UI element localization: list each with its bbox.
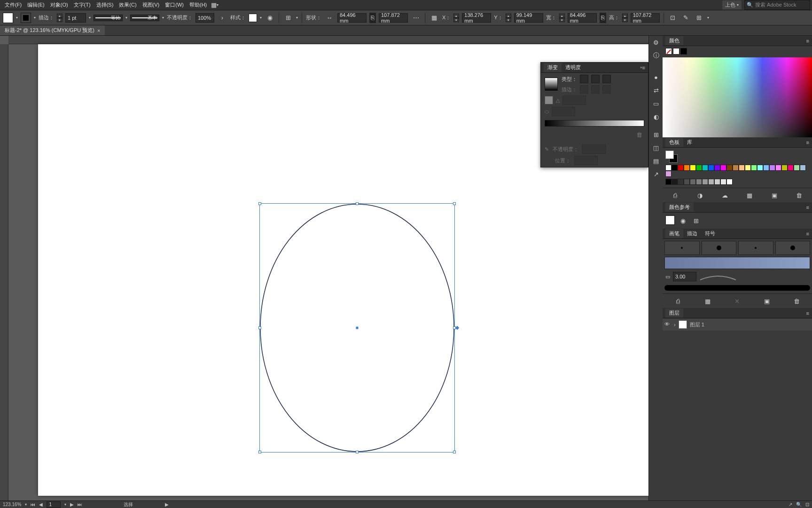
stroke-spin[interactable]: ▴▾ <box>57 14 62 22</box>
tab-colorguide[interactable]: 颜色参考 <box>665 203 694 212</box>
swatch[interactable] <box>690 165 696 171</box>
visibility-icon[interactable]: 👁 <box>664 321 671 328</box>
fill-stroke-stack[interactable] <box>665 151 678 163</box>
brush-2[interactable] <box>702 241 737 255</box>
fill-swatch[interactable] <box>3 13 13 23</box>
panel-menu-icon[interactable]: ≡ <box>642 65 645 71</box>
nav-next-icon[interactable]: ▶ <box>70 502 74 507</box>
handle-n[interactable] <box>356 202 359 205</box>
brush-preview-1[interactable] <box>664 257 810 269</box>
layer-name[interactable]: 图层 1 <box>690 321 704 328</box>
stroke-weight[interactable]: 1 pt <box>65 13 86 23</box>
swatch[interactable] <box>720 179 726 185</box>
swatch[interactable] <box>690 179 696 185</box>
link-wh-icon[interactable]: ⎘ <box>369 13 376 23</box>
stroke-swatch[interactable] <box>21 13 31 23</box>
swatch[interactable] <box>696 179 702 185</box>
align-icon[interactable]: ⊞ <box>283 13 293 23</box>
swatch[interactable] <box>671 165 678 171</box>
swatch[interactable] <box>708 165 714 171</box>
swatch[interactable] <box>678 179 684 185</box>
swatch[interactable] <box>702 165 708 171</box>
guide-base[interactable] <box>665 215 675 225</box>
white-swatch[interactable] <box>673 48 679 55</box>
shape-height[interactable]: 107.872 mm <box>379 13 408 23</box>
radial-grad-icon[interactable] <box>591 75 600 83</box>
document-tab[interactable]: 标题-2* @ 123.16% (CMYK/GPU 预览) × <box>0 25 105 35</box>
grip-icon[interactable]: ⊡ <box>805 502 809 507</box>
center-point[interactable] <box>356 327 359 329</box>
swatch[interactable] <box>763 165 769 171</box>
swatch[interactable] <box>665 165 671 171</box>
transform-icon[interactable]: ⊞ <box>694 13 704 23</box>
arrange-icon[interactable]: ▦▾ <box>210 0 220 10</box>
harmony2-icon[interactable]: ⊞ <box>691 215 701 226</box>
export-icon[interactable]: ↗ <box>649 167 663 181</box>
swatch[interactable] <box>751 165 757 171</box>
gray-grid[interactable] <box>665 179 809 185</box>
menu-select[interactable]: 选择(S) <box>94 0 117 9</box>
menu-view[interactable]: 视图(V) <box>140 0 163 9</box>
harmony-icon[interactable]: ◉ <box>678 215 688 226</box>
tab-swatches[interactable]: 色板 <box>665 138 683 147</box>
brush-3[interactable] <box>738 241 773 255</box>
nofill-icon[interactable] <box>665 48 672 55</box>
swatch[interactable] <box>775 165 781 171</box>
swatch[interactable] <box>708 179 714 185</box>
panel-menu-icon[interactable]: ≡ <box>806 140 809 145</box>
menu-text[interactable]: 文字(T) <box>71 0 94 9</box>
brush-1[interactable] <box>664 241 700 255</box>
info-icon[interactable]: ⓘ <box>649 49 663 62</box>
y-field[interactable]: 99.149 mm <box>514 13 543 23</box>
handle-nw[interactable] <box>258 202 261 205</box>
nav-first-icon[interactable]: ⏮ <box>31 502 35 507</box>
zoom-out-icon[interactable]: 🔍 <box>796 502 802 507</box>
opacity-field[interactable]: 100% <box>195 13 214 23</box>
menu-help[interactable]: 帮助(H) <box>187 0 210 9</box>
popout-icon[interactable]: ↗ <box>789 502 792 507</box>
handle-w[interactable] <box>258 326 261 329</box>
swatch[interactable] <box>769 165 775 171</box>
menu-edit[interactable]: 编辑(E) <box>24 0 47 9</box>
panel-menu-icon[interactable]: ≡ <box>806 231 809 237</box>
tab-layers[interactable]: 图层 <box>665 309 683 318</box>
swatch[interactable] <box>678 165 684 171</box>
stroke-size[interactable]: 3.00 <box>673 272 696 281</box>
tab-brushes[interactable]: 画笔 <box>665 229 683 238</box>
swatch[interactable] <box>757 165 763 171</box>
swatch[interactable] <box>788 165 794 171</box>
workspace-switcher[interactable]: 上色 ▾ <box>722 0 742 9</box>
align2-icon[interactable]: ▤ <box>649 154 663 167</box>
h-field[interactable]: 107.872 mm <box>631 13 660 23</box>
menu-effect[interactable]: 效果(C) <box>116 0 139 9</box>
color-spectrum[interactable] <box>663 57 812 137</box>
ruler-horizontal[interactable] <box>8 36 648 44</box>
swatch-lib-icon[interactable]: ⎙ <box>670 190 680 200</box>
stroke-profile[interactable]: 等比 <box>94 15 123 21</box>
swatch[interactable] <box>726 165 733 171</box>
tab-color[interactable]: 颜色 <box>665 36 683 45</box>
handle-se[interactable] <box>453 451 456 453</box>
brush-del-icon[interactable]: 🗑 <box>791 296 802 306</box>
panel-menu-icon[interactable]: ≡ <box>806 205 809 210</box>
dot1-icon[interactable]: ● <box>649 71 663 84</box>
menu-object[interactable]: 对象(O) <box>47 0 71 9</box>
swatch[interactable] <box>684 165 690 171</box>
tab-libraries[interactable]: 库 <box>683 138 696 147</box>
tab-symbols[interactable]: 符号 <box>701 229 719 238</box>
swatch[interactable] <box>702 179 708 185</box>
swatch[interactable] <box>714 165 720 171</box>
style-swatch[interactable] <box>249 14 257 22</box>
gradient-slider[interactable] <box>545 120 644 127</box>
zoom-level[interactable]: 123.16% <box>3 502 21 507</box>
swatch[interactable] <box>794 165 800 171</box>
dot2-icon[interactable]: ◐ <box>649 110 663 123</box>
page-field[interactable]: 1 <box>47 501 61 508</box>
swatch-grid[interactable] <box>665 165 809 177</box>
swatch[interactable] <box>696 165 702 171</box>
panel-menu-icon[interactable]: ≡ <box>806 310 809 316</box>
freeform-grad-icon[interactable] <box>602 75 611 83</box>
brush-preview-2[interactable] <box>664 285 810 291</box>
tab-gradient[interactable]: 渐变 <box>544 63 562 72</box>
swatch-group-icon[interactable]: ▦ <box>744 190 755 200</box>
